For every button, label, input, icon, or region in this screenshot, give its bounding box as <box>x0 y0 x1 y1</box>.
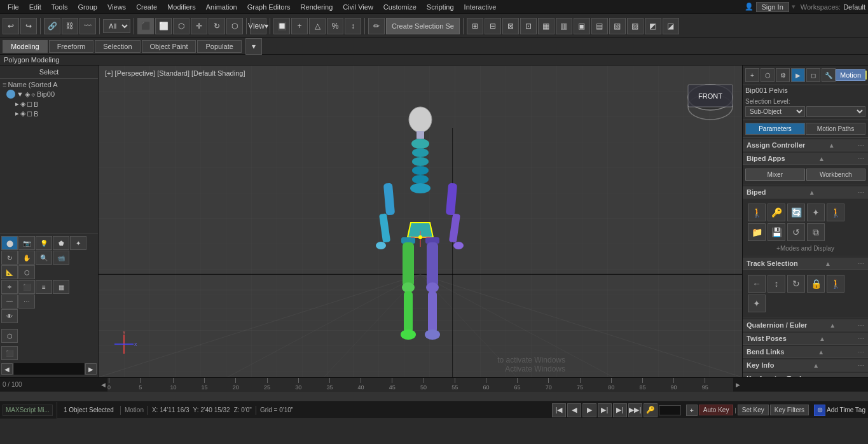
tb-btn-1[interactable]: ⊞ <box>467 18 483 34</box>
rp-icon-hierarchy[interactable]: ⚙ <box>776 68 790 82</box>
angle-snap[interactable]: △ <box>309 18 326 34</box>
tree-item-bip[interactable]: ▼◈⟐ Bip00 <box>1 89 97 99</box>
menu-views[interactable]: Views <box>102 2 131 12</box>
bip-icon-copy[interactable]: ⧉ <box>807 223 825 241</box>
section-track-selection[interactable]: Track Selection ▲ ⋯ <box>743 258 868 270</box>
tb-btn-7[interactable]: ▣ <box>574 18 590 34</box>
rp-icon-motion[interactable]: ▶ <box>791 68 805 82</box>
tool-curve[interactable]: 〰 <box>1 295 18 309</box>
tb-btn-11[interactable]: ◩ <box>645 18 661 34</box>
menu-interactive[interactable]: Interactive <box>459 2 502 12</box>
timeline-ruler[interactable]: 0510152025303540455055606570758085909510… <box>107 378 733 392</box>
next-frame-btn[interactable]: ▶| <box>613 403 627 417</box>
menu-group[interactable]: Group <box>72 2 102 12</box>
bip-icon-mix[interactable]: ✦ <box>807 204 825 221</box>
bip-icon-folder[interactable]: 📁 <box>748 223 766 241</box>
go-end-btn[interactable]: ▶▶| <box>628 403 642 417</box>
sel-level-dropdown2[interactable] <box>806 106 866 117</box>
select-button[interactable]: ⬛ <box>137 18 154 34</box>
mixer-button[interactable]: Mixer <box>745 169 805 181</box>
ts-icon-2[interactable]: ↕ <box>768 275 785 293</box>
frame-number-input[interactable]: 0 <box>659 405 681 415</box>
timeline-left-arrow[interactable]: ◀ <box>99 378 107 391</box>
workbench-button[interactable]: Workbench <box>806 169 866 181</box>
signin-button[interactable]: Sign In <box>756 2 789 12</box>
rp-icon-utilities[interactable]: 🔧 <box>822 68 836 82</box>
tool-zoom[interactable]: 🔍 <box>36 251 52 265</box>
snap-toggle[interactable]: 🔲 <box>273 18 290 34</box>
section-biped-apps[interactable]: Biped Apps ▲ ⋯ <box>743 153 868 165</box>
tool-layer[interactable]: ⬛ <box>18 280 35 294</box>
go-start-btn[interactable]: |◀ <box>552 403 566 417</box>
set-key-button[interactable]: Set Key <box>738 405 769 415</box>
tool-light[interactable]: 💡 <box>36 236 52 250</box>
ts-icon-5[interactable]: 🚶 <box>827 275 844 293</box>
section-biped[interactable]: Biped ▲ ⋯ <box>743 186 868 198</box>
tool-spline[interactable]: ⬡ <box>1 329 18 343</box>
tab-object-paint[interactable]: Object Paint <box>142 40 196 53</box>
key-mode-btn[interactable]: 🔑 <box>644 403 658 417</box>
ts-icon-1[interactable]: ← <box>748 275 766 293</box>
auto-key-button[interactable]: Auto Key <box>699 405 734 415</box>
tb-btn-4[interactable]: ⊡ <box>520 18 537 34</box>
play-btn[interactable]: ▶ <box>582 403 596 417</box>
unlink-button[interactable]: ⛓ <box>62 18 78 34</box>
tool-measure[interactable]: 📐 <box>1 265 18 279</box>
tb-btn-3[interactable]: ⊠ <box>502 18 519 34</box>
tool-mirror[interactable]: ⬡ <box>18 265 35 279</box>
ts-icon-6[interactable]: ✦ <box>748 295 766 312</box>
menu-file[interactable]: File <box>3 2 24 12</box>
tree-item-b2[interactable]: ▸◈◻ B <box>1 109 97 118</box>
tab-parameters[interactable]: Parameters <box>745 123 805 135</box>
tab-modeling[interactable]: Modeling <box>3 40 48 53</box>
tb-btn-8[interactable]: ▤ <box>591 18 608 34</box>
tb-btn-6[interactable]: ▥ <box>556 18 572 34</box>
tool-array[interactable]: ▦ <box>53 280 69 294</box>
section-twist-poses[interactable]: Twist Poses ▲ ⋯ <box>743 333 868 345</box>
menu-tools[interactable]: Tools <box>46 2 73 12</box>
edit-named-button[interactable]: ✏ <box>368 18 385 34</box>
link-button[interactable]: 🔗 <box>44 18 60 34</box>
tool-history[interactable]: ⬛ <box>1 346 18 360</box>
timeline-right-arrow[interactable]: ▶ <box>733 378 742 391</box>
tab-motion-paths[interactable]: Motion Paths <box>806 123 865 135</box>
view-dropdown-btn[interactable]: View▾ <box>250 18 266 34</box>
rotate-button[interactable]: ↻ <box>209 18 225 34</box>
tool-video[interactable]: 📹 <box>53 251 69 265</box>
tab-extra-btn[interactable]: ▾ <box>245 38 262 55</box>
create-selection-button[interactable]: Create Selection Se <box>386 18 460 34</box>
snap-plus[interactable]: + <box>291 18 308 34</box>
bip-icon-save[interactable]: 💾 <box>768 223 785 241</box>
play-all-btn[interactable]: ▶| <box>598 403 612 417</box>
tab-selection[interactable]: Selection <box>95 40 140 53</box>
percent-snap[interactable]: % <box>327 18 343 34</box>
prev-frame-btn[interactable]: ◀ <box>567 403 581 417</box>
section-keyframing-tools[interactable]: Keyframing Tools ▲ ⋯ <box>743 373 868 377</box>
redo-button[interactable]: ↪ <box>20 18 37 34</box>
menu-animation[interactable]: Animation <box>201 2 242 12</box>
menu-customize[interactable]: Customize <box>378 2 422 12</box>
tool-camera[interactable]: 📷 <box>18 236 35 250</box>
menu-create[interactable]: Create <box>131 2 162 12</box>
section-key-info[interactable]: Key Info ▲ ⋯ <box>743 359 868 371</box>
rp-icon-modify[interactable]: ⬡ <box>761 68 775 82</box>
tool-align[interactable]: ⫩ <box>1 280 18 294</box>
menu-edit[interactable]: Edit <box>24 2 46 12</box>
tool-ribbon[interactable]: ≡ <box>36 280 52 294</box>
bip-icon-figure[interactable]: 🚶 <box>748 204 766 221</box>
tool-shape[interactable]: ⬟ <box>53 236 69 250</box>
menu-scripting[interactable]: Scripting <box>422 2 459 12</box>
add-time-icon[interactable]: ⊕ <box>814 405 825 416</box>
nav-cube[interactable]: FRONT <box>685 72 736 123</box>
viewport[interactable]: [+] [Perspective] [Standard] [Default Sh… <box>99 66 742 377</box>
tree-item-b1[interactable]: ▸◈◻ B <box>1 99 97 109</box>
tb-btn-2[interactable]: ⊟ <box>485 18 501 34</box>
bip-icon-walk[interactable]: 🚶 <box>827 204 844 221</box>
scale-button[interactable]: ⬡ <box>226 18 243 34</box>
sel-level-dropdown[interactable]: Sub-Object <box>745 106 805 117</box>
menu-rendering[interactable]: Rendering <box>296 2 338 12</box>
rp-icon-create[interactable]: + <box>745 68 759 82</box>
ts-icon-4[interactable]: 🔒 <box>807 275 825 293</box>
tb-btn-12[interactable]: ◪ <box>663 18 679 34</box>
tool-rotate-view[interactable]: ↻ <box>1 251 18 265</box>
